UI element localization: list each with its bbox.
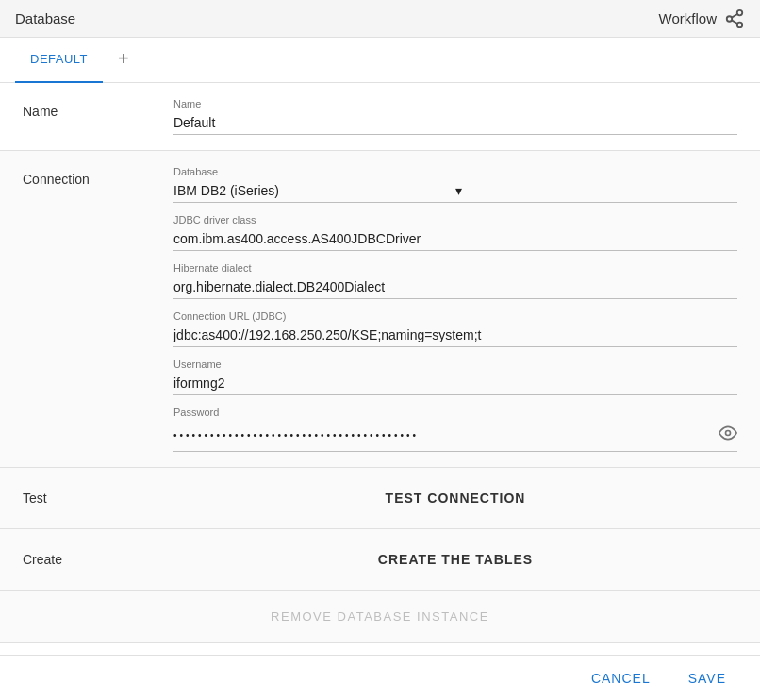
app-title: Database [15,10,75,26]
hibernate-dialect-field-group: Hibernate dialect [173,262,737,299]
name-section-label: Name [23,98,173,119]
password-visibility-icon[interactable] [719,424,737,447]
connection-fields: Database IBM DB2 (iSeries) ▾ JDBC driver… [173,166,737,452]
svg-point-0 [737,9,743,15]
password-label: Password [173,407,737,418]
tab-bar: DEFAULT + [0,38,760,83]
database-field-label: Database [173,166,737,177]
create-button-area: CREATE THE TABLES [173,544,737,575]
remove-row: REMOVE DATABASE INSTANCE [0,591,760,643]
name-field-value[interactable] [173,111,737,135]
save-button[interactable]: SAVE [677,663,737,693]
jdbc-driver-value-container[interactable] [173,227,737,251]
hibernate-dialect-value-container[interactable] [173,275,737,299]
svg-line-4 [732,13,737,17]
workflow-area: Workflow [659,8,745,29]
username-input[interactable] [173,375,737,391]
create-row: Create CREATE THE TABLES [0,529,760,591]
test-row: Test TEST CONNECTION [0,468,760,529]
tab-add[interactable]: + [103,38,144,83]
form-content: Name Name Connection Database IBM DB2 (i… [0,83,760,655]
tab-default[interactable]: DEFAULT [15,38,103,83]
create-tables-button[interactable]: CREATE THE TABLES [363,544,548,575]
database-value: IBM DB2 (iSeries) [173,183,455,198]
title-bar: Database Workflow [0,0,760,38]
jdbc-driver-input[interactable] [173,231,737,246]
name-row: Name Name [0,83,760,151]
dropdown-arrow-icon: ▾ [455,183,737,198]
name-input[interactable] [173,115,737,130]
svg-point-1 [727,16,733,22]
test-button-area: TEST CONNECTION [173,483,737,513]
svg-line-3 [732,20,737,24]
test-connection-button[interactable]: TEST CONNECTION [371,483,541,513]
workflow-label: Workflow [659,10,717,26]
name-field-label: Name [173,98,737,109]
jdbc-driver-label: JDBC driver class [173,214,737,225]
database-select[interactable]: IBM DB2 (iSeries) ▾ [173,179,737,203]
remove-database-button[interactable]: REMOVE DATABASE INSTANCE [271,609,489,624]
password-value-container[interactable]: •••••••••••••••••••••••••••••••••••••••• [173,420,737,452]
name-field-group: Name [173,98,737,135]
svg-point-5 [726,431,731,436]
cancel-button[interactable]: CANCEL [580,663,662,693]
hibernate-dialect-label: Hibernate dialect [173,262,737,274]
connection-url-label: Connection URL (JDBC) [173,310,737,322]
jdbc-driver-field-group: JDBC driver class [173,214,737,251]
footer: CANCEL SAVE [0,655,760,700]
connection-url-field-group: Connection URL (JDBC) [173,310,737,347]
username-value-container[interactable] [173,372,737,395]
password-field-group: Password •••••••••••••••••••••••••••••••… [173,407,737,452]
connection-url-input[interactable] [173,327,737,342]
password-dots: •••••••••••••••••••••••••••••••••••••••• [173,430,719,441]
username-field-group: Username [173,358,737,395]
svg-point-2 [737,22,743,26]
name-fields: Name [173,98,737,135]
workflow-icon [724,8,745,29]
database-field-group: Database IBM DB2 (iSeries) ▾ [173,166,737,203]
test-section-label: Test [23,491,173,506]
username-label: Username [173,358,737,370]
create-section-label: Create [23,552,173,567]
connection-row: Connection Database IBM DB2 (iSeries) ▾ … [0,151,760,468]
hibernate-dialect-input[interactable] [173,279,737,294]
connection-url-value-container[interactable] [173,324,737,347]
connection-section-label: Connection [23,166,173,187]
